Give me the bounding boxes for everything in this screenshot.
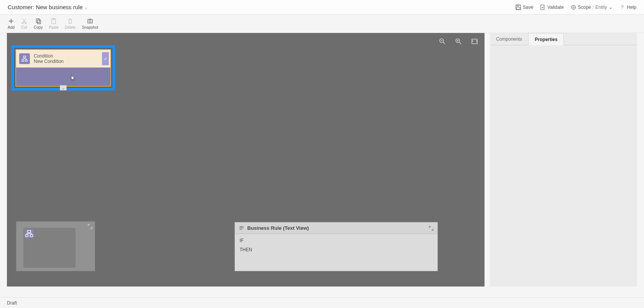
design-canvas[interactable]: Condition New Condition ✓ ⌄ <box>7 33 485 287</box>
cut-button: Cut <box>21 18 28 30</box>
title-name: New business rule <box>36 4 83 10</box>
business-rule-text-view: Business Rule (Text View) IF THEN <box>235 222 438 271</box>
text-view-icon <box>239 226 244 231</box>
side-panel: Components Properties <box>490 33 637 287</box>
minimap-node-icon <box>25 229 33 238</box>
validate-icon <box>540 5 545 10</box>
svg-rect-18 <box>25 60 27 61</box>
svg-rect-2 <box>516 7 520 9</box>
copy-icon <box>35 18 42 25</box>
help-button[interactable]: ? Help <box>619 5 636 10</box>
node-body <box>16 68 110 86</box>
minimap-expand-button[interactable] <box>88 224 92 229</box>
save-icon <box>516 5 521 10</box>
delete-icon <box>67 18 74 25</box>
svg-point-12 <box>89 20 91 22</box>
collapse-node-button[interactable]: ⌄ <box>60 85 67 91</box>
zoom-in-button[interactable] <box>454 37 463 46</box>
condition-node[interactable]: Condition New Condition ✓ ⌄ <box>12 45 115 91</box>
paste-icon <box>50 18 57 25</box>
node-name: New Condition <box>34 59 64 64</box>
svg-rect-11 <box>88 20 92 23</box>
text-view-if: IF <box>240 238 433 243</box>
svg-rect-7 <box>36 19 39 23</box>
scope-selector[interactable]: Scope : Entity ⌄ <box>571 5 613 10</box>
paste-button: Paste <box>49 18 59 30</box>
text-view-title: Business Rule (Text View) <box>247 225 309 231</box>
minimap-viewport[interactable] <box>23 228 76 268</box>
svg-rect-19 <box>28 231 31 233</box>
svg-rect-16 <box>23 56 26 58</box>
minimap[interactable] <box>16 221 95 271</box>
chevron-down-icon: ⌄ <box>609 5 613 10</box>
svg-rect-8 <box>38 20 41 24</box>
cut-icon <box>21 18 28 25</box>
check-icon: ✓ <box>102 52 109 65</box>
add-icon <box>8 18 15 25</box>
snapshot-button[interactable]: Snapshot <box>82 18 98 30</box>
text-view-then: THEN <box>240 247 433 252</box>
properties-panel-body <box>490 45 637 287</box>
fit-screen-button[interactable] <box>470 37 479 46</box>
snapshot-icon <box>87 18 94 25</box>
delete-button: Delete <box>65 18 76 30</box>
text-view-expand-button[interactable] <box>429 226 434 231</box>
node-type-label: Condition <box>34 53 64 59</box>
svg-rect-3 <box>541 5 544 9</box>
chevron-down-icon: ⌄ <box>84 4 88 10</box>
svg-rect-17 <box>22 60 24 61</box>
page-title-area[interactable]: Customer: New business rule ⌄ <box>8 4 88 10</box>
condition-icon <box>19 53 30 64</box>
tab-components[interactable]: Components <box>490 33 528 45</box>
tab-properties[interactable]: Properties <box>528 33 564 45</box>
zoom-out-button[interactable] <box>438 37 447 46</box>
scope-icon <box>571 5 576 10</box>
save-button[interactable]: Save <box>516 5 533 10</box>
status-label: Draft <box>7 300 17 306</box>
validate-button[interactable]: Validate <box>540 5 564 10</box>
add-button[interactable]: Add <box>8 18 15 30</box>
title-entity: Customer: <box>8 4 34 10</box>
copy-button[interactable]: Copy <box>34 18 43 30</box>
help-icon: ? <box>619 5 625 10</box>
svg-rect-21 <box>30 235 33 237</box>
svg-rect-20 <box>25 235 28 237</box>
